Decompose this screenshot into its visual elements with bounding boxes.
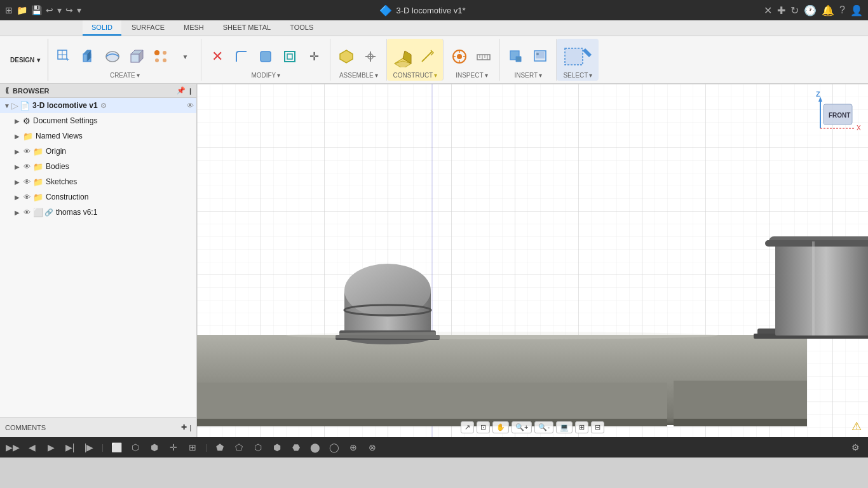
bodies-expand[interactable]: ▶	[13, 163, 22, 170]
status-icon-18[interactable]: ⊕	[346, 440, 361, 455]
design-button[interactable]: DESIGN ▾	[0, 39, 48, 81]
vp-orbit-btn[interactable]: ↗	[461, 421, 474, 433]
tab-sheet-metal[interactable]: SHEET METAL	[214, 20, 280, 36]
close-tab-icon[interactable]: ✕	[764, 4, 772, 17]
named-views-expand[interactable]: ▶	[13, 133, 22, 140]
vp-zoom-btn[interactable]: 🔍+	[512, 421, 532, 433]
status-icon-3[interactable]: ▶	[43, 440, 58, 455]
origin-vis-icon[interactable]: 👁	[22, 147, 32, 155]
status-icon-15[interactable]: ⬣	[288, 440, 304, 455]
insert-icon[interactable]	[505, 46, 527, 67]
undo-icon[interactable]: ↩	[46, 5, 53, 15]
browser-row-construction[interactable]: ▶ 👁 📁 Construction	[0, 189, 196, 205]
comments-pin-icon[interactable]: |	[189, 424, 191, 431]
sketches-expand[interactable]: ▶	[13, 179, 22, 186]
undo-arrow-icon[interactable]: ▾	[57, 5, 62, 15]
status-icon-7[interactable]: ⬡	[128, 440, 143, 455]
axis-icon[interactable]	[416, 46, 438, 67]
file-icon[interactable]: 📁	[17, 5, 27, 15]
vp-pan-btn[interactable]: ✋	[492, 421, 509, 433]
measure-icon[interactable]	[449, 46, 470, 67]
tab-mesh[interactable]: MESH	[175, 20, 213, 36]
joint-icon[interactable]	[336, 46, 357, 67]
user-icon[interactable]: 👤	[850, 4, 863, 17]
more-create-icon[interactable]: ▼	[174, 46, 196, 67]
bell-icon[interactable]: 🔔	[822, 4, 834, 17]
status-icon-4[interactable]: ▶|	[62, 440, 78, 455]
help-icon[interactable]: ?	[839, 4, 845, 16]
status-icon-17[interactable]: ◯	[327, 440, 342, 455]
status-icon-14[interactable]: ⬢	[269, 440, 285, 455]
origin-expand[interactable]: ▶	[13, 148, 22, 155]
vp-grid2-btn[interactable]: ⊟	[591, 421, 604, 433]
tab-solid[interactable]: SOLID	[83, 20, 121, 36]
refresh-icon[interactable]: ↻	[790, 4, 799, 17]
move-icon[interactable]: ✛	[303, 46, 325, 67]
thomas-vis-icon[interactable]: 👁	[22, 208, 32, 216]
status-icon-8[interactable]: ⬢	[147, 440, 162, 455]
bodies-vis-icon[interactable]: 👁	[22, 163, 32, 170]
titlebar-left-icons: ⊞ 📁 💾 ↩ ▾ ↪ ▾	[5, 5, 81, 15]
status-icon-13[interactable]: ⬡	[250, 440, 266, 455]
root-expand-arrow[interactable]: ▼	[3, 102, 11, 109]
construction-vis-icon[interactable]: 👁	[22, 193, 32, 201]
view-cube[interactable]: Z X FRONT	[811, 90, 862, 141]
comments-add-icon[interactable]: ✚	[181, 423, 187, 431]
redo-icon[interactable]: ↪	[65, 5, 73, 15]
status-icon-10[interactable]: ⊞	[185, 440, 200, 455]
extrude-icon[interactable]	[78, 46, 99, 67]
vp-zoom-out-btn[interactable]: 🔍-	[534, 421, 553, 433]
tab-surface[interactable]: SURFACE	[123, 20, 173, 36]
construction-expand[interactable]: ▶	[13, 194, 22, 201]
status-icon-6[interactable]: ⬜	[109, 440, 124, 455]
doc-settings-expand[interactable]: ▶	[13, 118, 22, 125]
new-sketch-icon[interactable]: +	[53, 46, 75, 67]
status-icon-16[interactable]: ⬤	[308, 440, 323, 455]
vp-display-btn[interactable]: 💻	[556, 421, 573, 433]
redo-arrow-icon[interactable]: ▾	[77, 5, 81, 15]
tab-tools[interactable]: TOOLS	[281, 20, 322, 36]
plane-icon[interactable]	[392, 46, 414, 67]
browser-row-origin[interactable]: ▶ 👁 📁 Origin	[0, 144, 196, 159]
browser-row-document-settings[interactable]: ▶ ⚙ Document Settings	[0, 113, 196, 128]
status-icon-12[interactable]: ⬠	[231, 440, 247, 455]
box-icon[interactable]	[126, 46, 147, 67]
status-icon-11[interactable]: ⬟	[212, 440, 227, 455]
root-settings-icon[interactable]: ⚙	[100, 102, 107, 110]
canvas-icon[interactable]	[529, 46, 551, 67]
vp-fit-btn[interactable]: ⊡	[477, 421, 490, 433]
add-tab-icon[interactable]: ✚	[777, 4, 785, 17]
sketches-vis-icon[interactable]: 👁	[22, 178, 32, 186]
fillet-icon[interactable]	[231, 46, 252, 67]
shell-icon[interactable]	[279, 46, 301, 67]
browser-expand-icon[interactable]: |	[189, 87, 191, 95]
root-visibility-icon[interactable]: 👁	[187, 102, 194, 109]
vp-grid-btn[interactable]: ⊞	[575, 421, 588, 433]
browser-row-bodies[interactable]: ▶ 👁 📁 Bodies	[0, 159, 196, 174]
select-box-icon[interactable]	[562, 46, 593, 67]
status-icon-9[interactable]: ✛	[166, 440, 181, 455]
revolve-icon[interactable]	[102, 46, 123, 67]
chamfer-icon[interactable]	[255, 46, 276, 67]
status-icon-2[interactable]: ◀	[24, 440, 39, 455]
status-icon-19[interactable]: ⊗	[365, 440, 380, 455]
browser-root-row[interactable]: ▼ ▷ 📄 3-D locomotive v1 ⚙ 👁	[0, 98, 196, 113]
browser-row-named-views[interactable]: ▶ 📁 Named Views	[0, 128, 196, 144]
status-icon-20[interactable]: ⚙	[848, 440, 863, 455]
thomas-expand[interactable]: ▶	[13, 209, 22, 216]
browser-pin-icon[interactable]: 📌	[177, 86, 186, 95]
pattern-icon[interactable]	[150, 46, 172, 67]
delete-icon[interactable]: ✕	[207, 46, 228, 67]
browser-collapse-icon[interactable]: ⟪	[5, 86, 9, 95]
warning-icon[interactable]: ⚠	[851, 419, 862, 433]
status-icon-5[interactable]: |▶	[81, 440, 97, 455]
ruler-icon[interactable]	[473, 46, 494, 67]
browser-row-thomas[interactable]: ▶ 👁 ⬜ 🔗 thomas v6:1	[0, 205, 196, 220]
assemble-icon2[interactable]	[360, 46, 381, 67]
bodies-label: Bodies	[46, 162, 69, 171]
clock-icon[interactable]: 🕐	[804, 4, 817, 17]
status-icon-1[interactable]: ▶▶	[5, 440, 20, 455]
app-grid-icon[interactable]: ⊞	[5, 5, 13, 15]
browser-row-sketches[interactable]: ▶ 👁 📁 Sketches	[0, 174, 196, 189]
save-icon[interactable]: 💾	[31, 5, 42, 15]
